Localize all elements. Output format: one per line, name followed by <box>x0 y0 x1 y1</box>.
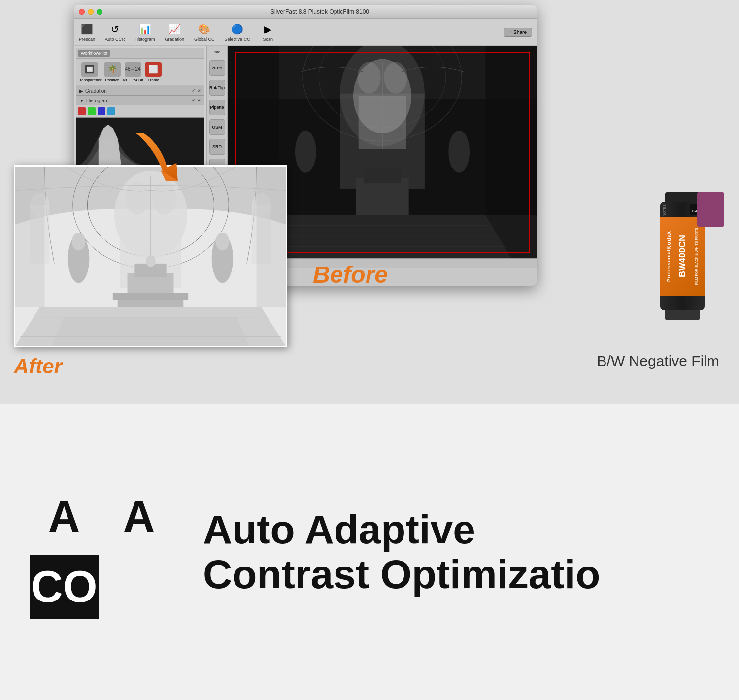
info-label: Info <box>214 50 220 54</box>
left-inner-toolbar: 🔲 Transparency 🌴 Positive 48→24 48 → 24 … <box>76 59 204 86</box>
frame-button[interactable]: ⬜ Frame <box>145 62 162 82</box>
color-buttons <box>76 105 204 117</box>
logo-block: A A CO <box>30 485 173 619</box>
title-bar: SilverFast 8.8 Plustek OpticFilm 8100 <box>74 5 537 19</box>
prescan-label: Prescan <box>79 37 95 42</box>
auto-ccr-label: Auto CCR <box>105 37 125 42</box>
gradation-button[interactable]: 📈 Gradation <box>165 22 185 42</box>
workflow-pilot-button[interactable]: WorkflowPilot <box>78 50 110 57</box>
traffic-lights <box>79 9 102 15</box>
orange-arrow <box>106 133 195 181</box>
usm-button[interactable]: USM <box>209 119 225 135</box>
blue-channel-button[interactable] <box>98 107 105 115</box>
film-cap-bottom <box>665 310 700 320</box>
histogram-label: Histogram <box>135 37 155 42</box>
gradation-icon: 📈 <box>167 22 182 36</box>
positive-icon: 🌴 <box>104 62 121 77</box>
scan-icon: ▶ <box>260 22 276 36</box>
workflow-label: WorkflowPilot <box>81 51 107 56</box>
logo-row-co: CO <box>30 555 173 619</box>
film-brand-text: Kodak <box>666 231 672 250</box>
histogram-button[interactable]: 📊 Histogram <box>135 22 155 42</box>
bottom-section: A A CO Auto Adaptive Contrast Optimizati… <box>0 404 739 700</box>
selective-cc-button[interactable]: 🔵 Selective CC <box>225 22 250 42</box>
scan-button[interactable]: ▶ Scan <box>260 22 276 42</box>
gradation-panel-header[interactable]: ▶ Gradation ✓ ✕ <box>76 86 204 96</box>
bit-depth-icon: 48→24 <box>125 62 141 77</box>
rot-flip-button[interactable]: Rot/Flip <box>209 80 225 96</box>
after-image <box>14 165 287 347</box>
logo-row-aa: A A <box>30 485 173 549</box>
global-cc-icon: 🎨 <box>197 22 212 36</box>
green-channel-button[interactable] <box>88 107 96 115</box>
film-subtitle: B/W Negative Film <box>597 353 719 369</box>
film-model-text: BW400CN <box>677 235 688 277</box>
logo-letter-a2: A <box>104 485 173 549</box>
minimize-button[interactable] <box>88 9 94 15</box>
svg-rect-43 <box>113 293 188 300</box>
top-section: SilverFast 8.8 Plustek OpticFilm 8100 ⬛ … <box>0 0 739 404</box>
feature-title-line2: Contrast Optimizatio <box>203 552 600 597</box>
scan-label: Scan <box>263 37 273 42</box>
pipette-button[interactable]: Pipette <box>209 100 225 115</box>
after-church-svg <box>15 167 286 346</box>
film-notes-label: NOTES <box>663 204 666 218</box>
histogram-panel-label: Histogram <box>86 98 109 103</box>
transparency-icon: 🔲 <box>81 62 98 77</box>
svg-point-34 <box>72 233 86 251</box>
zoom-display: 201% <box>209 60 225 76</box>
svg-rect-49 <box>15 167 44 307</box>
gradation-label: Gradation <box>165 37 185 42</box>
all-channel-button[interactable] <box>107 107 115 115</box>
global-cc-button[interactable]: 🎨 Global CC <box>194 22 215 42</box>
film-label: Kodak Professional BW400CN FILM FOR BLAC… <box>660 217 705 296</box>
transparency-button[interactable]: 🔲 Transparency <box>78 62 102 82</box>
window-title: SilverFast 8.8 Plustek OpticFilm 8100 <box>107 8 532 15</box>
auto-ccr-icon: ↺ <box>107 22 123 36</box>
left-panel-toolbar: WorkflowPilot <box>76 48 204 59</box>
close-button[interactable] <box>79 9 85 15</box>
bit-depth-button[interactable]: 48→24 48 → 24 Bit <box>123 62 143 82</box>
before-label: Before <box>313 261 388 288</box>
film-cap-top <box>665 192 700 202</box>
frame-label: Frame <box>148 78 159 82</box>
transparency-label: Transparency <box>78 78 102 82</box>
memory-card <box>697 192 724 227</box>
share-button[interactable]: ↑ Share <box>504 28 532 37</box>
prescan-button[interactable]: ⬛ Prescan <box>79 22 95 42</box>
svg-point-39 <box>146 255 156 267</box>
logo-letter-a1: A <box>30 485 99 549</box>
svg-rect-50 <box>257 167 286 307</box>
share-label: Share <box>513 30 527 35</box>
main-toolbar: ⬛ Prescan ↺ Auto CCR 📊 Histogram 📈 Grada… <box>74 19 537 46</box>
histogram-panel-header[interactable]: ▼ Histogram ✓ ✕ <box>76 96 204 105</box>
selective-cc-label: Selective CC <box>225 37 250 42</box>
after-label: After <box>14 355 62 378</box>
auto-ccr-button[interactable]: ↺ Auto CCR <box>105 22 125 42</box>
frame-icon: ⬜ <box>145 62 162 77</box>
share-icon: ↑ <box>509 30 511 35</box>
gradation-panel-label: Gradation <box>85 88 107 94</box>
feature-title-block: Auto Adaptive Contrast Optimizatio <box>203 507 600 596</box>
global-cc-label: Global CC <box>194 37 215 42</box>
prescan-icon: ⬛ <box>79 22 95 36</box>
svg-point-36 <box>216 233 230 251</box>
red-channel-button[interactable] <box>78 107 86 115</box>
bit-depth-label: 48 → 24 Bit <box>123 78 143 82</box>
logo-letter-co: CO <box>30 555 99 619</box>
feature-title-line1: Auto Adaptive <box>203 507 600 552</box>
film-series-text: Professional <box>666 249 671 282</box>
histogram-icon: 📊 <box>137 22 153 36</box>
maximize-button[interactable] <box>97 9 102 15</box>
arrow-svg <box>106 133 204 181</box>
positive-label: Positive <box>105 78 119 82</box>
selective-cc-icon: 🔵 <box>230 22 245 36</box>
svg-rect-44 <box>118 300 184 307</box>
srd-button[interactable]: SRD <box>209 139 225 155</box>
film-desc-text: FILM FOR BLACK & WHITE PRINTS <box>695 228 698 285</box>
positive-button[interactable]: 🌴 Positive <box>104 62 121 82</box>
